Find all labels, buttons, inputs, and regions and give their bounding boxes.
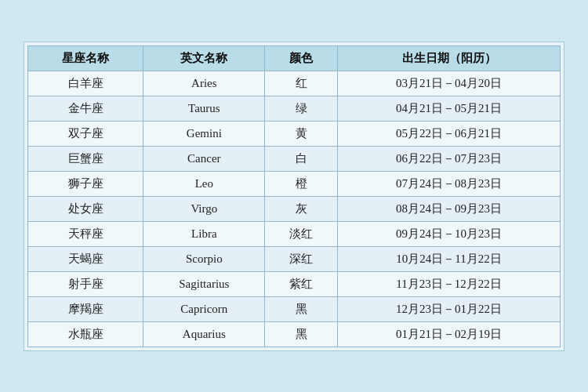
cell-date: 12月23日－01月22日	[338, 296, 561, 321]
cell-color: 淡红	[265, 221, 338, 246]
cell-chinese-name: 双子座	[28, 121, 143, 146]
cell-english-name: Leo	[143, 171, 265, 196]
cell-date: 10月24日－11月22日	[338, 246, 561, 271]
cell-chinese-name: 天秤座	[28, 221, 143, 246]
cell-date: 05月22日－06月21日	[338, 121, 561, 146]
cell-color: 橙	[265, 171, 338, 196]
cell-color: 灰	[265, 196, 338, 221]
cell-chinese-name: 天蝎座	[28, 246, 143, 271]
cell-color: 白	[265, 146, 338, 171]
header-date: 出生日期（阳历）	[338, 45, 561, 71]
cell-chinese-name: 白羊座	[28, 71, 143, 96]
cell-english-name: Aquarius	[143, 321, 265, 347]
cell-chinese-name: 射手座	[28, 271, 143, 296]
cell-english-name: Capricorn	[143, 296, 265, 321]
table-row: 金牛座Taurus绿04月21日－05月21日	[28, 96, 561, 121]
cell-date: 04月21日－05月21日	[338, 96, 561, 121]
table-body: 白羊座Aries红03月21日－04月20日金牛座Taurus绿04月21日－0…	[28, 71, 561, 347]
table-row: 天蝎座Scorpio深红10月24日－11月22日	[28, 246, 561, 271]
table-header-row: 星座名称 英文名称 颜色 出生日期（阳历）	[28, 45, 561, 71]
table-row: 天秤座Libra淡红09月24日－10月23日	[28, 221, 561, 246]
cell-chinese-name: 摩羯座	[28, 296, 143, 321]
cell-english-name: Aries	[143, 71, 265, 96]
cell-date: 09月24日－10月23日	[338, 221, 561, 246]
table-row: 摩羯座Capricorn黑12月23日－01月22日	[28, 296, 561, 321]
cell-color: 绿	[265, 96, 338, 121]
cell-color: 紫红	[265, 271, 338, 296]
cell-date: 07月24日－08月23日	[338, 171, 561, 196]
cell-english-name: Taurus	[143, 96, 265, 121]
cell-date: 01月21日－02月19日	[338, 321, 561, 347]
cell-english-name: Scorpio	[143, 246, 265, 271]
table-row: 射手座Sagittarius紫红11月23日－12月22日	[28, 271, 561, 296]
table-row: 巨蟹座Cancer白06月22日－07月23日	[28, 146, 561, 171]
header-english-name: 英文名称	[143, 45, 265, 71]
table-row: 水瓶座Aquarius黑01月21日－02月19日	[28, 321, 561, 347]
cell-color: 红	[265, 71, 338, 96]
cell-color: 黑	[265, 296, 338, 321]
cell-english-name: Sagittarius	[143, 271, 265, 296]
cell-date: 03月21日－04月20日	[338, 71, 561, 96]
header-chinese-name: 星座名称	[28, 45, 143, 71]
cell-chinese-name: 狮子座	[28, 171, 143, 196]
cell-english-name: Libra	[143, 221, 265, 246]
cell-chinese-name: 巨蟹座	[28, 146, 143, 171]
zodiac-table-container: 星座名称 英文名称 颜色 出生日期（阳历） 白羊座Aries红03月21日－04…	[24, 42, 564, 351]
cell-date: 11月23日－12月22日	[338, 271, 561, 296]
cell-english-name: Virgo	[143, 196, 265, 221]
cell-color: 黄	[265, 121, 338, 146]
cell-chinese-name: 金牛座	[28, 96, 143, 121]
cell-date: 08月24日－09月23日	[338, 196, 561, 221]
table-row: 处女座Virgo灰08月24日－09月23日	[28, 196, 561, 221]
zodiac-table: 星座名称 英文名称 颜色 出生日期（阳历） 白羊座Aries红03月21日－04…	[27, 45, 561, 347]
cell-chinese-name: 水瓶座	[28, 321, 143, 347]
cell-chinese-name: 处女座	[28, 196, 143, 221]
cell-english-name: Cancer	[143, 146, 265, 171]
table-row: 狮子座Leo橙07月24日－08月23日	[28, 171, 561, 196]
cell-english-name: Gemini	[143, 121, 265, 146]
header-color: 颜色	[265, 45, 338, 71]
table-row: 双子座Gemini黄05月22日－06月21日	[28, 121, 561, 146]
cell-color: 黑	[265, 321, 338, 347]
cell-color: 深红	[265, 246, 338, 271]
table-row: 白羊座Aries红03月21日－04月20日	[28, 71, 561, 96]
cell-date: 06月22日－07月23日	[338, 146, 561, 171]
